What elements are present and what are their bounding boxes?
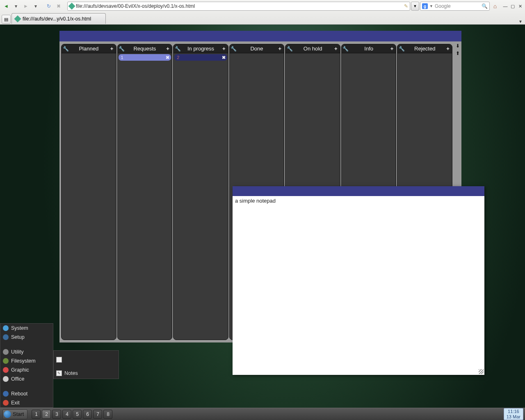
back-button[interactable]: ◄ [2,2,11,11]
column-title: Info [350,46,388,52]
start-button[interactable]: Start [2,409,27,419]
browser-tabbar: ▤ file:///aufs/dev...y/v0.1/x-os.html ▼ [0,12,525,24]
stop-button: ✖ [54,2,63,11]
column-header: 🔧On hold+ [285,44,340,53]
start-label: Start [13,411,24,417]
column-body[interactable]: 1✖ [118,53,172,340]
minimize-button[interactable]: — [502,3,509,9]
workspace-5[interactable]: 5 [73,410,82,419]
reload-button[interactable]: ↻ [44,2,53,11]
kanban-column: 🔧In progress+2✖ [173,44,228,340]
wrench-icon[interactable]: 🔧 [173,46,182,52]
clock-time: 11:16 [507,409,520,414]
menu-filesystem[interactable]: Filesystem [0,356,53,365]
url-dropdown[interactable]: ▼ [411,2,419,11]
add-card-button[interactable]: + [108,46,116,52]
upload-icon[interactable]: ⬆ [456,50,460,56]
workspace-switcher: 12345678 [32,410,112,419]
forward-button: ► [21,2,30,11]
column-title: On hold [294,46,332,52]
wrench-icon[interactable]: 🔧 [230,46,238,52]
start-menu: System Setup Utility Filesystem Graphic … [0,323,53,408]
column-header: 🔧Requests+ [118,44,172,53]
new-tab-button[interactable]: ▤ [2,15,11,24]
start-orb-icon [4,411,11,418]
maximize-button[interactable]: ▢ [509,3,516,9]
kanban-card[interactable]: 2✖ [174,54,227,61]
browser-tab[interactable]: file:///aufs/dev...y/v0.1/x-os.html [11,13,106,24]
kanban-titlebar[interactable] [59,31,461,41]
forward-dropdown[interactable]: ▾ [31,2,40,11]
url-bar[interactable]: file:///aufs/devsave/00-EvilX/x-os/deplo… [67,2,410,11]
download-icon[interactable]: ⬇ [456,43,460,49]
home-button[interactable]: ⌂ [491,2,500,11]
resize-handle[interactable] [479,369,484,374]
add-card-button[interactable]: + [220,46,228,52]
add-card-button[interactable]: + [388,46,396,52]
taskbar: Start 12345678 11:16 13 Mar [0,408,525,420]
kanban-card[interactable]: 1✖ [119,54,171,61]
column-header: 🔧Done+ [230,44,284,53]
wrench-icon[interactable]: 🔧 [397,46,406,52]
card-label: 1 [121,55,123,60]
column-title: Requests [126,46,164,52]
url-favicon [68,3,75,10]
menu-graphic[interactable]: Graphic [0,365,53,374]
workspace-1[interactable]: 1 [32,410,41,419]
back-dropdown[interactable]: ▾ [11,2,21,11]
column-header: 🔧Planned+ [62,44,116,53]
add-card-button[interactable]: + [276,46,284,52]
menu-exit[interactable]: Exit [0,398,53,407]
close-button[interactable]: ✕ [517,3,523,9]
menu-system[interactable]: System [0,324,53,333]
office-submenu: ✎Notes [53,350,119,379]
workspace-7[interactable]: 7 [93,410,102,419]
tab-favicon [14,15,21,22]
wrench-icon[interactable]: 🔧 [285,46,294,52]
browser-toolbar: ◄ ▾ ► ▾ ↻ ✖ file:///aufs/devsave/00-Evil… [0,0,525,12]
column-title: Done [238,46,276,52]
kanban-column: 🔧Planned+ [61,44,116,340]
wrench-icon[interactable]: 🔧 [118,46,126,52]
column-title: In progress [182,46,220,52]
kanban-column: 🔧Requests+1✖ [117,44,173,340]
search-engine-dropdown[interactable]: ▼ [429,4,433,8]
search-placeholder: Google [435,3,480,9]
workspace-8[interactable]: 8 [103,410,112,419]
column-title: Rejected [406,46,444,52]
submenu-notes[interactable]: ✎Notes [54,369,119,378]
menu-setup[interactable]: Setup [0,333,53,342]
clock-date: 13 Mar [507,414,520,419]
workspace-3[interactable]: 3 [52,410,61,419]
wrench-icon[interactable]: 🔧 [62,46,70,52]
browser-chrome: ◄ ▾ ► ▾ ↻ ✖ file:///aufs/devsave/00-Evil… [0,0,525,25]
card-close-icon[interactable]: ✖ [222,55,226,60]
card-close-icon[interactable]: ✖ [166,55,169,60]
workspace-4[interactable]: 4 [62,410,71,419]
column-header: 🔧Info+ [342,44,396,53]
kanban-side-controls: ⬇ ⬆ [454,41,461,56]
tabbar-menu-dropdown[interactable]: ▼ [518,19,523,24]
add-card-button[interactable]: + [164,46,172,52]
column-body[interactable]: 2✖ [173,53,228,340]
menu-office[interactable]: Office [0,374,53,383]
workspace-6[interactable]: 6 [83,410,92,419]
column-body[interactable] [62,53,116,340]
taskbar-clock[interactable]: 11:16 13 Mar [504,408,523,420]
google-icon: g [422,3,428,9]
notepad-titlebar[interactable] [233,186,484,196]
menu-reboot[interactable]: Reboot [0,389,53,398]
search-icon[interactable]: 🔍 [482,3,488,9]
add-card-button[interactable]: + [332,46,340,52]
card-label: 2 [177,55,179,60]
menu-utility[interactable]: Utility [0,347,53,356]
pencil-icon[interactable]: ✎ [404,3,408,9]
search-box[interactable]: g ▼ Google 🔍 [420,2,490,11]
notepad-text[interactable]: a simple notepad [233,196,484,205]
notepad-window[interactable]: a simple notepad [233,186,484,375]
workspace-2[interactable]: 2 [42,410,51,419]
wrench-icon[interactable]: 🔧 [342,46,350,52]
tab-title: file:///aufs/dev...y/v0.1/x-os.html [23,16,91,22]
add-card-button[interactable]: + [444,46,452,52]
submenu-item-hidden[interactable] [54,351,119,369]
